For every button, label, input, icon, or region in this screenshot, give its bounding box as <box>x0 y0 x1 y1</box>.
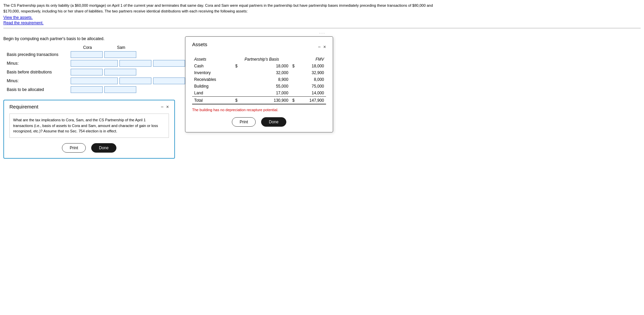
assets-table-row: Receivables 8,900 8,000 <box>192 76 326 83</box>
row4-label: Minus: <box>7 78 71 83</box>
requirement-print-button[interactable]: Print <box>62 143 86 153</box>
basis-dollar <box>233 69 240 76</box>
minus1-sam[interactable] <box>153 60 185 67</box>
basis-dollar: $ <box>233 63 240 69</box>
fmv-dollar <box>290 69 297 76</box>
requirement-modal-title: Requirement <box>9 104 38 109</box>
intro-text: The CS Partnership pays its only liabili… <box>3 3 434 14</box>
fmv-dollar: $ <box>290 63 297 69</box>
requirement-modal: Requirement − × What are the tax implica… <box>3 100 175 159</box>
basis-before-sam[interactable] <box>104 69 136 75</box>
fmv-dollar <box>290 76 297 83</box>
requirement-done-button[interactable]: Done <box>91 143 116 153</box>
basis-preceding-sam[interactable] <box>104 51 136 58</box>
requirement-close-button[interactable]: × <box>166 104 169 109</box>
row2-label: Minus: <box>7 61 71 66</box>
basis-allocated-cora[interactable] <box>71 86 103 93</box>
asset-name: Cash <box>192 63 233 69</box>
fmv-value: 18,000 <box>297 63 326 69</box>
fmv-value: 14,000 <box>297 90 326 97</box>
requirement-content-text: What are the tax implications to Cora, S… <box>13 117 165 134</box>
requirement-modal-footer: Print Done <box>9 143 169 153</box>
view-assets-link[interactable]: View the assets. <box>3 15 641 20</box>
total-fmv-value: 147,900 <box>297 97 326 104</box>
total-fmv-dollar: $ <box>290 97 297 104</box>
fmv-value: 75,000 <box>297 83 326 90</box>
assets-table: Assets Partnership's Basis FMV Cash $ 18… <box>192 56 326 104</box>
collapse-handle[interactable]: · · · <box>3 31 641 35</box>
basis-value: 32,000 <box>240 69 290 76</box>
row3-label: Basis before distributions <box>7 70 71 74</box>
basis-before-cora[interactable] <box>71 69 103 75</box>
main-area: Begin by computing each partner's basis … <box>3 36 641 159</box>
minus1-left[interactable] <box>71 60 118 67</box>
asset-name: Inventory <box>192 69 233 76</box>
row1-label: Basis preceding transactions <box>7 52 71 57</box>
fmv-col-header: FMV <box>290 56 326 63</box>
assets-close-button[interactable]: × <box>323 44 326 50</box>
assets-modal-controls: − × <box>318 44 326 50</box>
fmv-dollar <box>290 83 297 90</box>
column-headers: Cora Sam <box>71 45 187 50</box>
fmv-value: 32,900 <box>297 69 326 76</box>
asset-name: Land <box>192 90 233 97</box>
basis-value: 55,000 <box>240 83 290 90</box>
basis-row-1: Basis preceding transactions <box>7 51 187 58</box>
sam-header: Sam <box>104 45 138 50</box>
basis-row-5: Basis to be allocated <box>7 86 187 93</box>
assets-modal-header: Assets − × <box>192 41 326 52</box>
divider <box>3 28 641 28</box>
basis-row-2: Minus: <box>7 60 187 67</box>
row5-label: Basis to be allocated <box>7 87 71 92</box>
cora-header: Cora <box>71 45 104 50</box>
assets-modal-footer: Print Done <box>192 117 326 127</box>
minus1-cora[interactable] <box>119 60 151 67</box>
assets-modal: Assets − × Assets Partnership's Basis FM… <box>185 36 333 132</box>
instruction-text: Begin by computing each partner's basis … <box>3 36 187 41</box>
basis-table: Cora Sam Basis preceding transactions Mi… <box>7 45 187 93</box>
read-requirement-link[interactable]: Read the requirement. <box>3 21 641 25</box>
basis-allocated-sam[interactable] <box>104 86 136 93</box>
basis-preceding-cora[interactable] <box>71 51 103 58</box>
basis-row-3: Basis before distributions <box>7 69 187 75</box>
minus2-cora[interactable] <box>119 77 151 84</box>
assets-modal-title: Assets <box>192 41 207 47</box>
basis-col-header: Partnership's Basis <box>233 56 290 63</box>
requirement-minimize-button[interactable]: − <box>161 104 164 109</box>
assets-minimize-button[interactable]: − <box>318 44 321 50</box>
assets-col-header: Assets <box>192 56 233 63</box>
assets-done-button[interactable]: Done <box>261 117 286 127</box>
assets-table-row: Cash $ 18,000 $ 18,000 <box>192 63 326 69</box>
assets-table-row: Building 55,000 75,000 <box>192 83 326 90</box>
assets-note: The building has no depreciation recaptu… <box>192 108 326 112</box>
page-container: The CS Partnership pays its only liabili… <box>0 0 644 161</box>
asset-name: Building <box>192 83 233 90</box>
fmv-value: 8,000 <box>297 76 326 83</box>
requirement-modal-header: Requirement − × <box>9 104 169 109</box>
assets-table-header-row: Assets Partnership's Basis FMV <box>192 56 326 63</box>
requirement-modal-controls: − × <box>161 104 169 109</box>
basis-dollar <box>233 83 240 90</box>
total-basis-value: 130,900 <box>240 97 290 104</box>
left-panel: Begin by computing each partner's basis … <box>3 36 187 159</box>
assets-table-row: Land 17,000 14,000 <box>192 90 326 97</box>
total-basis-dollar: $ <box>233 97 240 104</box>
requirement-content-box: What are the tax implications to Cora, S… <box>9 114 169 138</box>
basis-value: 18,000 <box>240 63 290 69</box>
total-label: Total <box>192 97 233 104</box>
basis-dollar <box>233 76 240 83</box>
assets-table-row: Inventory 32,000 32,900 <box>192 69 326 76</box>
minus2-sam[interactable] <box>153 77 185 84</box>
basis-row-4: Minus: <box>7 77 187 84</box>
asset-name: Receivables <box>192 76 233 83</box>
assets-print-button[interactable]: Print <box>232 117 256 127</box>
basis-value: 8,900 <box>240 76 290 83</box>
basis-value: 17,000 <box>240 90 290 97</box>
basis-dollar <box>233 90 240 97</box>
fmv-dollar <box>290 90 297 97</box>
assets-total-row: Total $ 130,900 $ 147,900 <box>192 97 326 104</box>
minus2-left[interactable] <box>71 77 118 84</box>
